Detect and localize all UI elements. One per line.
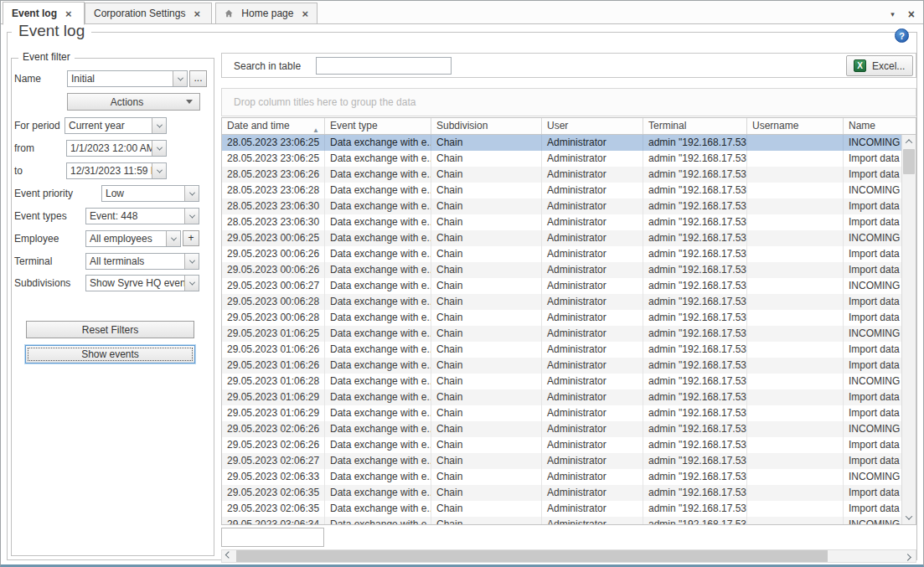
scroll-left-button[interactable] bbox=[222, 550, 235, 562]
tab-event-log[interactable]: Event log × bbox=[3, 2, 85, 25]
table-row[interactable]: 29.05.2023 02:06:27 Data exchange with e… bbox=[222, 453, 901, 469]
table-row[interactable]: 28.05.2023 23:06:25 Data exchange with e… bbox=[222, 151, 901, 167]
from-date-select[interactable]: 1/1/2023 12:00 AM bbox=[66, 140, 167, 157]
chevron-down-icon[interactable] bbox=[184, 186, 199, 201]
column-header-name[interactable]: Name bbox=[844, 118, 916, 134]
excel-icon: X bbox=[854, 59, 866, 72]
add-employee-button[interactable]: + bbox=[183, 230, 199, 246]
cell-event-type: Data exchange with e... bbox=[325, 214, 431, 230]
column-header-label: Event type bbox=[330, 120, 378, 131]
table-row[interactable]: 28.05.2023 23:06:30 Data exchange with e… bbox=[222, 198, 901, 214]
filter-name-select[interactable]: Initial bbox=[67, 70, 188, 87]
cell-name: Import data to bbox=[844, 501, 901, 517]
scroll-down-button[interactable] bbox=[902, 511, 916, 524]
table-row[interactable]: 29.05.2023 01:06:26 Data exchange with e… bbox=[222, 342, 901, 358]
group-by-area[interactable]: Drop column titles here to group the dat… bbox=[221, 88, 916, 116]
to-date-select[interactable]: 12/31/2023 11:59 PM bbox=[66, 162, 167, 179]
actions-button[interactable]: Actions bbox=[67, 93, 200, 111]
chevron-down-icon[interactable] bbox=[184, 209, 199, 224]
vertical-scrollbar-thumb[interactable] bbox=[903, 149, 915, 174]
table-row[interactable]: 29.05.2023 01:06:26 Data exchange with e… bbox=[222, 358, 901, 374]
cell-user: Administrator bbox=[542, 183, 643, 198]
cell-name: INCOMING bbox=[844, 135, 901, 151]
cell-name: INCOMING bbox=[844, 469, 901, 485]
event-types-label: Event types bbox=[14, 210, 67, 222]
close-tab-icon[interactable]: × bbox=[908, 8, 915, 21]
cell-terminal: admin "192.168.17.53" bbox=[643, 214, 747, 230]
tab-home-page[interactable]: Home page × bbox=[215, 3, 317, 24]
help-icon[interactable]: ? bbox=[895, 28, 909, 43]
table-row[interactable]: 29.05.2023 02:06:35 Data exchange with e… bbox=[222, 501, 901, 517]
table-row[interactable]: 29.05.2023 02:06:26 Data exchange with e… bbox=[222, 421, 901, 437]
cell-terminal: admin "192.168.17.53" bbox=[643, 374, 747, 389]
tab-corporation-settings[interactable]: Corporation Settings × bbox=[85, 3, 212, 24]
chevron-down-icon[interactable] bbox=[152, 141, 166, 156]
table-row[interactable]: 29.05.2023 01:06:28 Data exchange with e… bbox=[222, 374, 901, 389]
table-row[interactable]: 29.05.2023 02:06:33 Data exchange with e… bbox=[222, 469, 901, 485]
table-row[interactable]: 29.05.2023 02:06:35 Data exchange with e… bbox=[222, 485, 901, 501]
table-row[interactable]: 29.05.2023 00:06:25 Data exchange with e… bbox=[222, 230, 901, 246]
chevron-down-icon[interactable] bbox=[184, 276, 199, 291]
excel-export-button[interactable]: X Excel... bbox=[846, 55, 913, 76]
table-row[interactable]: 28.05.2023 23:06:28 Data exchange with e… bbox=[222, 183, 901, 198]
table-row[interactable]: 29.05.2023 02:06:26 Data exchange with e… bbox=[222, 437, 901, 453]
close-icon[interactable]: × bbox=[194, 8, 200, 19]
column-header-username[interactable]: Username bbox=[747, 118, 844, 134]
table-row[interactable]: 29.05.2023 00:06:26 Data exchange with e… bbox=[222, 262, 901, 278]
terminal-select[interactable]: All terminals bbox=[85, 253, 199, 270]
table-row[interactable]: 29.05.2023 00:06:26 Data exchange with e… bbox=[222, 246, 901, 262]
event-priority-select[interactable]: Low bbox=[101, 185, 199, 202]
chevron-down-icon[interactable] bbox=[184, 254, 199, 269]
tab-list-dropdown-icon[interactable]: ▾ bbox=[890, 10, 895, 18]
column-header-user[interactable]: User bbox=[542, 118, 643, 134]
cell-subdivision: Chain bbox=[431, 453, 542, 469]
horizontal-scrollbar[interactable] bbox=[221, 549, 916, 563]
close-icon[interactable]: × bbox=[65, 8, 72, 19]
column-header-label: Name bbox=[849, 120, 875, 131]
table-row[interactable]: 29.05.2023 01:06:25 Data exchange with e… bbox=[222, 326, 901, 342]
table-row[interactable]: 28.05.2023 23:06:25 Data exchange with e… bbox=[222, 135, 901, 151]
column-header-subdivision[interactable]: Subdivision bbox=[431, 118, 542, 134]
close-icon[interactable]: × bbox=[302, 8, 308, 19]
chevron-down-icon[interactable] bbox=[166, 231, 180, 246]
table-footer-input[interactable] bbox=[221, 528, 324, 547]
search-input[interactable] bbox=[316, 57, 452, 75]
chevron-down-icon[interactable] bbox=[152, 118, 166, 133]
cell-date-and-time: 29.05.2023 02:06:35 bbox=[222, 485, 325, 501]
chevron-down-icon[interactable] bbox=[173, 71, 187, 86]
terminal-value: All terminals bbox=[86, 254, 184, 269]
chevron-down-icon[interactable] bbox=[152, 163, 166, 178]
table-row[interactable]: 29.05.2023 00:06:28 Data exchange with e… bbox=[222, 294, 901, 310]
column-header-event-type[interactable]: Event type bbox=[325, 118, 431, 134]
cell-terminal: admin "192.168.17.53" bbox=[643, 294, 747, 310]
cell-event-type: Data exchange with e... bbox=[325, 246, 431, 262]
scroll-up-button[interactable] bbox=[902, 135, 916, 148]
column-header-date-and-time[interactable]: Date and time ▲ bbox=[222, 118, 325, 134]
subdivisions-value: Show Syrve HQ events bbox=[86, 276, 184, 291]
table-row[interactable]: 29.05.2023 01:06:29 Data exchange with e… bbox=[222, 389, 901, 405]
table-row[interactable]: 28.05.2023 23:06:26 Data exchange with e… bbox=[222, 167, 901, 183]
vertical-scrollbar[interactable] bbox=[901, 135, 916, 524]
chevron-down-icon bbox=[906, 513, 912, 519]
cell-user: Administrator bbox=[542, 485, 643, 501]
employee-label: Employee bbox=[14, 233, 59, 245]
reset-filters-button[interactable]: Reset Filters bbox=[26, 321, 194, 338]
cell-user: Administrator bbox=[542, 501, 643, 517]
scroll-right-button[interactable] bbox=[902, 550, 916, 562]
table-row[interactable]: 28.05.2023 23:06:30 Data exchange with e… bbox=[222, 214, 901, 230]
horizontal-scrollbar-thumb[interactable] bbox=[236, 550, 828, 562]
event-types-select[interactable]: Event: 448 bbox=[85, 208, 199, 224]
name-more-button[interactable]: ... bbox=[189, 70, 207, 87]
column-header-terminal[interactable]: Terminal bbox=[643, 118, 747, 134]
cell-username bbox=[747, 135, 844, 151]
table-row[interactable]: 29.05.2023 00:06:28 Data exchange with e… bbox=[222, 310, 901, 326]
employee-select[interactable]: All employees bbox=[85, 230, 181, 247]
subdivisions-select[interactable]: Show Syrve HQ events bbox=[85, 275, 199, 291]
tab-label: Corporation Settings bbox=[94, 8, 185, 19]
cell-user: Administrator bbox=[542, 437, 643, 453]
table-row[interactable]: 29.05.2023 00:06:27 Data exchange with e… bbox=[222, 278, 901, 294]
table-row[interactable]: 29.05.2023 03:06:34 Data exchange with e… bbox=[222, 517, 901, 524]
show-events-button[interactable]: Show events bbox=[25, 345, 195, 363]
for-period-select[interactable]: Current year bbox=[65, 117, 167, 134]
table-row[interactable]: 29.05.2023 01:06:29 Data exchange with e… bbox=[222, 405, 901, 421]
